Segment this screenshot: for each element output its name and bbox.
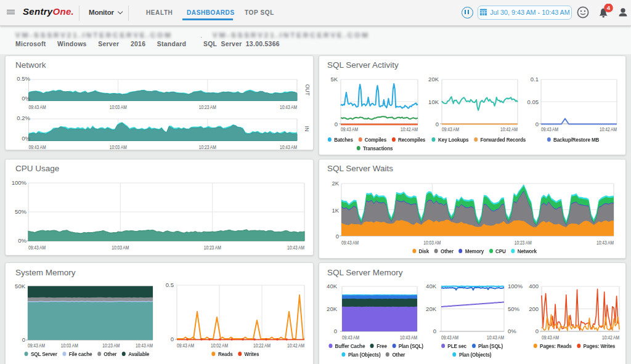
svg-text:0: 0 (171, 336, 174, 342)
svg-text:10:42 AM: 10:42 AM (602, 334, 619, 341)
svg-text:10:03 AM: 10:03 AM (110, 144, 127, 150)
svg-text:10:23 AM: 10:23 AM (515, 240, 532, 246)
svg-text:40K: 40K (426, 283, 437, 289)
svg-text:10:03 AM: 10:03 AM (423, 240, 441, 246)
svg-text:0%: 0% (22, 135, 30, 142)
svg-text:0%: 0% (18, 237, 26, 244)
svg-text:09:43 AM: 09:43 AM (28, 245, 46, 251)
svg-text:2K: 2K (332, 180, 339, 187)
svg-text:0: 0 (22, 336, 25, 343)
svg-text:10:03 AM: 10:03 AM (112, 245, 129, 251)
svg-text:0: 0 (334, 328, 337, 334)
svg-text:0.5: 0.5 (166, 281, 174, 288)
svg-text:Network: Network (15, 60, 46, 70)
svg-text:09:43 AM: 09:43 AM (341, 126, 358, 132)
svg-text:09:43 AM: 09:43 AM (177, 342, 194, 349)
svg-text:50K: 50K (15, 283, 26, 289)
svg-text:10:02 AM: 10:02 AM (211, 342, 228, 349)
svg-text:10:43 AM: 10:43 AM (280, 104, 297, 110)
svg-text:10:43 AM: 10:43 AM (596, 240, 614, 246)
svg-text:0.2%: 0.2% (17, 115, 30, 121)
svg-text:20K: 20K (426, 305, 437, 312)
svg-text:10:43 AM: 10:43 AM (136, 342, 153, 349)
svg-text:09:43 AM: 09:43 AM (28, 342, 45, 349)
svg-text:4: 4 (607, 4, 611, 11)
svg-text:10:42 AM: 10:42 AM (600, 126, 617, 132)
svg-text:10:23 AM: 10:23 AM (199, 144, 216, 150)
svg-text:0: 0 (433, 328, 436, 334)
svg-text:40K: 40K (327, 283, 338, 289)
svg-text:0: 0 (535, 328, 539, 334)
svg-text:0: 0 (436, 121, 439, 127)
svg-text:09:43 AM: 09:43 AM (542, 334, 559, 341)
svg-text:10:43 AM: 10:43 AM (487, 334, 504, 341)
svg-text:0: 0 (336, 233, 339, 240)
svg-text:09:43 AM: 09:43 AM (342, 334, 359, 341)
svg-text:50%: 50% (15, 208, 27, 215)
svg-text:10:42 AM: 10:42 AM (401, 126, 418, 132)
svg-text:OUT: OUT (304, 84, 311, 96)
svg-text:10:03 AM: 10:03 AM (61, 342, 78, 349)
svg-text:10K: 10K (428, 99, 439, 105)
svg-text:0: 0 (335, 121, 338, 127)
svg-text:IN: IN (304, 126, 310, 132)
svg-text:09:43 AM: 09:43 AM (441, 334, 458, 341)
svg-text:SQL Server Memory: SQL Server Memory (327, 268, 403, 277)
svg-text:10:43 AM: 10:43 AM (287, 245, 304, 251)
svg-text:System Memory: System Memory (15, 268, 76, 277)
svg-text:10:03 AM: 10:03 AM (110, 104, 127, 110)
svg-text:10:23 AM: 10:23 AM (102, 342, 120, 349)
svg-text:1K: 1K (332, 207, 339, 214)
svg-text:10:23 AM: 10:23 AM (199, 104, 216, 110)
svg-text:09:43 AM: 09:43 AM (341, 240, 359, 246)
svg-text:CPU Usage: CPU Usage (15, 164, 59, 173)
svg-text:50%: 50% (508, 305, 520, 312)
svg-text:0%: 0% (22, 95, 30, 102)
svg-text:20K: 20K (327, 305, 338, 312)
svg-text:0: 0 (535, 121, 539, 127)
svg-text:100%: 100% (508, 283, 523, 289)
svg-text:09:43 AM: 09:43 AM (29, 104, 46, 110)
svg-text:SQL Server Activity: SQL Server Activity (327, 60, 399, 70)
svg-text:09:43 AM: 09:43 AM (29, 144, 46, 150)
svg-text:10:23 AM: 10:23 AM (204, 245, 221, 251)
svg-text:20K: 20K (428, 76, 439, 83)
svg-text:0.05: 0.05 (527, 99, 539, 105)
svg-text:0.1: 0.1 (531, 76, 539, 83)
svg-text:200: 200 (529, 305, 539, 312)
svg-text:09:43 AM: 09:43 AM (442, 126, 459, 132)
svg-text:09:43 AM: 09:43 AM (541, 126, 558, 132)
svg-text:0%: 0% (508, 328, 516, 334)
svg-text:SQL Server Waits: SQL Server Waits (327, 164, 393, 173)
svg-text:10:42 AM: 10:42 AM (500, 126, 518, 132)
svg-text:10:43 AM: 10:43 AM (400, 334, 417, 341)
svg-text:5K: 5K (330, 76, 338, 83)
svg-text:100%: 100% (12, 179, 27, 186)
svg-text:400: 400 (529, 283, 539, 289)
svg-text:0.5%: 0.5% (17, 75, 30, 82)
